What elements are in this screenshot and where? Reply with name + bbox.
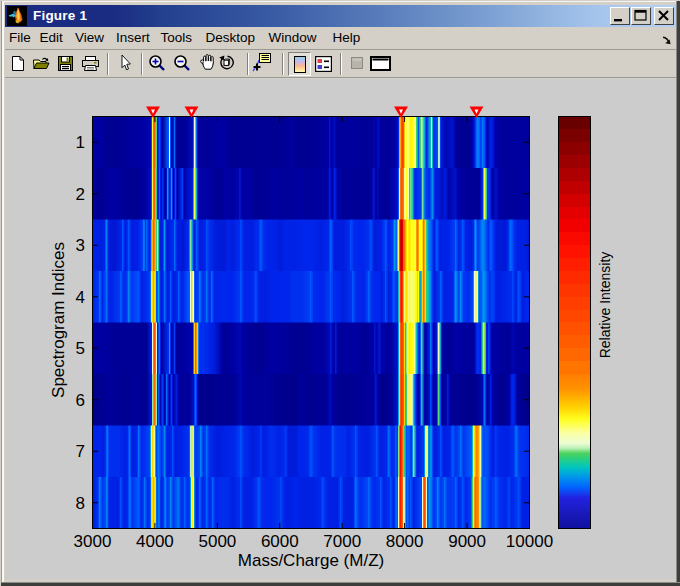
- svg-text:Relative Intensity: Relative Intensity: [597, 252, 613, 359]
- svg-text:7000: 7000: [323, 532, 361, 551]
- svg-text:4: 4: [76, 288, 85, 307]
- svg-text:5: 5: [76, 339, 85, 358]
- svg-text:Mass/Charge (M/Z): Mass/Charge (M/Z): [238, 551, 384, 570]
- svg-text:10000: 10000: [506, 532, 553, 551]
- svg-text:Spectrogram Indices: Spectrogram Indices: [49, 242, 68, 398]
- svg-text:6000: 6000: [261, 532, 299, 551]
- svg-text:8000: 8000: [386, 532, 424, 551]
- svg-text:4000: 4000: [136, 532, 174, 551]
- svg-text:6: 6: [76, 391, 85, 410]
- svg-text:5000: 5000: [198, 532, 236, 551]
- svg-text:3000: 3000: [74, 532, 112, 551]
- svg-text:3: 3: [76, 236, 85, 255]
- svg-text:7: 7: [76, 442, 85, 461]
- svg-text:9000: 9000: [448, 532, 486, 551]
- svg-text:2: 2: [76, 185, 85, 204]
- svg-text:1: 1: [76, 133, 85, 152]
- svg-text:8: 8: [76, 494, 85, 513]
